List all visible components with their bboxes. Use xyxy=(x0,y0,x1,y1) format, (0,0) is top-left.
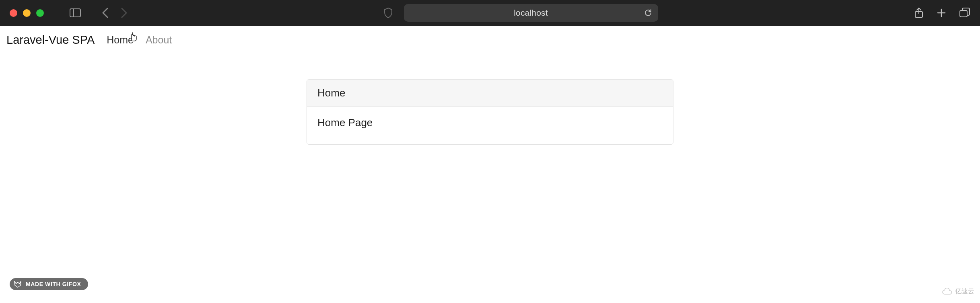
address-bar-group: localhost xyxy=(134,4,908,22)
svg-rect-0 xyxy=(70,9,80,17)
address-text: localhost xyxy=(514,8,548,18)
close-window-button[interactable] xyxy=(10,9,17,17)
watermark: 亿速云 xyxy=(941,287,974,296)
app-navbar: Laravel-Vue SPA Home About xyxy=(0,26,980,54)
nav-link-home[interactable]: Home xyxy=(107,34,134,46)
nav-arrows xyxy=(102,8,128,18)
address-bar[interactable]: localhost xyxy=(404,4,658,22)
reload-icon[interactable] xyxy=(644,8,653,17)
content-area: Home Home Page xyxy=(0,54,980,145)
cloud-icon xyxy=(941,288,953,295)
svg-rect-3 xyxy=(960,10,967,17)
browser-toolbar: localhost xyxy=(0,0,980,26)
tab-overview-icon[interactable] xyxy=(959,8,970,18)
sidebar-toggle-icon[interactable] xyxy=(70,8,81,17)
content-card: Home Home Page xyxy=(307,79,673,145)
privacy-shield-icon[interactable] xyxy=(384,8,393,18)
new-tab-icon[interactable] xyxy=(937,8,946,18)
card-body: Home Page xyxy=(307,107,673,144)
back-button[interactable] xyxy=(102,8,109,18)
gifox-badge[interactable]: MADE WITH GIFOX xyxy=(10,278,88,290)
share-icon[interactable] xyxy=(914,7,924,18)
window-controls xyxy=(10,9,44,17)
gifox-text: MADE WITH GIFOX xyxy=(26,281,81,287)
card-header: Home xyxy=(307,80,673,107)
forward-button[interactable] xyxy=(120,8,128,18)
brand-title[interactable]: Laravel-Vue SPA xyxy=(6,33,95,47)
fullscreen-window-button[interactable] xyxy=(36,9,44,17)
nav-link-about[interactable]: About xyxy=(146,34,172,46)
toolbar-right-icons xyxy=(914,7,970,18)
watermark-text: 亿速云 xyxy=(955,287,974,296)
minimize-window-button[interactable] xyxy=(23,9,31,17)
fox-icon xyxy=(14,280,22,288)
